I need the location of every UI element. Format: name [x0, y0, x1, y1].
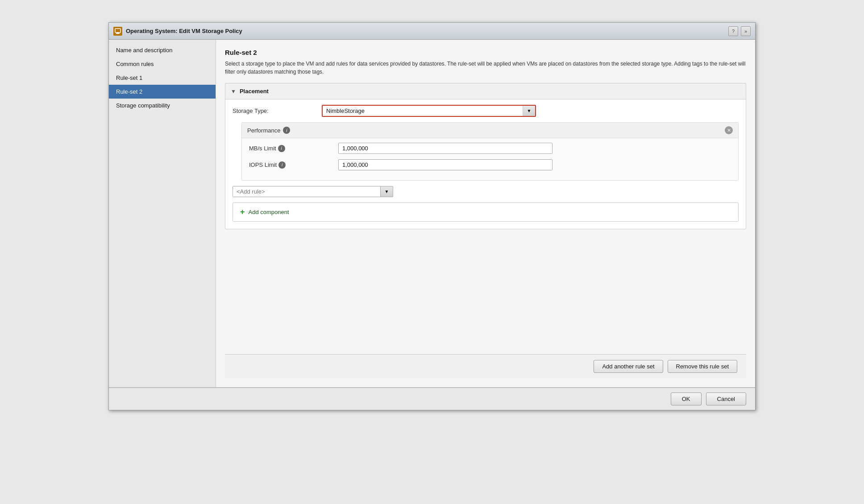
- mbs-info-icon[interactable]: i: [278, 145, 285, 152]
- storage-type-label: Storage Type:: [233, 107, 322, 114]
- storage-type-row: Storage Type: ▼: [233, 105, 739, 117]
- iops-limit-row: IOPS Limit i: [249, 159, 731, 170]
- iops-limit-label: IOPS Limit i: [249, 161, 338, 169]
- add-component-button[interactable]: + Add component: [233, 202, 739, 222]
- placement-title: Placement: [240, 88, 269, 95]
- mbs-limit-row: MB/s Limit i: [249, 143, 731, 154]
- ok-button[interactable]: OK: [671, 392, 702, 405]
- dialog-window: Operating System: Edit VM Storage Policy…: [108, 22, 756, 410]
- title-bar: Operating System: Edit VM Storage Policy…: [109, 23, 755, 40]
- add-rule-dropdown-btn[interactable]: ▼: [380, 186, 393, 197]
- add-rule-row: ▼: [233, 186, 739, 197]
- placement-header: ▼ Placement: [225, 83, 746, 99]
- collapse-arrow-icon[interactable]: ▼: [231, 88, 236, 95]
- storage-type-select[interactable]: ▼: [322, 105, 536, 117]
- remove-rule-set-button[interactable]: Remove this rule set: [668, 360, 738, 373]
- placement-body: Storage Type: ▼ Performance i: [225, 99, 746, 202]
- sidebar-item-rule-set-1[interactable]: Rule-set 1: [109, 71, 216, 85]
- svg-rect-2: [117, 32, 119, 33]
- window-title: Operating System: Edit VM Storage Policy: [126, 28, 242, 34]
- title-bar-left: Operating System: Edit VM Storage Policy: [113, 27, 242, 36]
- window-icon: [113, 27, 122, 36]
- sidebar-item-name-desc[interactable]: Name and description: [109, 43, 216, 57]
- iops-limit-input[interactable]: [338, 159, 552, 170]
- storage-type-dropdown-btn[interactable]: ▼: [523, 106, 535, 116]
- add-component-label: Add component: [249, 209, 289, 215]
- cancel-button[interactable]: Cancel: [706, 392, 746, 405]
- double-arrow-button[interactable]: »: [741, 26, 751, 36]
- mbs-limit-label: MB/s Limit i: [249, 145, 338, 152]
- dialog-footer: OK Cancel: [109, 387, 755, 410]
- performance-body: MB/s Limit i IOPS Limit i: [242, 138, 738, 180]
- add-rule-input[interactable]: [233, 186, 380, 197]
- title-bar-right: ? »: [728, 26, 751, 36]
- sidebar-item-storage-compat[interactable]: Storage compatibility: [109, 99, 216, 112]
- storage-type-input[interactable]: [323, 106, 523, 116]
- iops-info-icon[interactable]: i: [278, 161, 286, 169]
- plus-icon: +: [240, 207, 245, 217]
- performance-close-btn[interactable]: ✕: [725, 126, 733, 134]
- section-desc: Select a storage type to place the VM an…: [225, 60, 746, 76]
- mbs-limit-input[interactable]: [338, 143, 552, 154]
- dialog-body: Name and description Common rules Rule-s…: [109, 40, 755, 387]
- rule-set-button-row: Add another rule set Remove this rule se…: [225, 354, 746, 378]
- performance-label: Performance: [247, 127, 280, 134]
- svg-rect-1: [116, 33, 120, 34]
- performance-section: Performance i ✕ MB/s Limit i: [241, 122, 739, 181]
- help-button[interactable]: ?: [728, 26, 738, 36]
- main-content: Rule-set 2 Select a storage type to plac…: [216, 40, 755, 387]
- svg-rect-0: [115, 29, 120, 33]
- rule-panel: ▼ Placement Storage Type: ▼: [225, 83, 746, 229]
- footer-area: [225, 235, 746, 354]
- performance-title: Performance i: [247, 127, 290, 134]
- sidebar-item-common-rules[interactable]: Common rules: [109, 57, 216, 71]
- add-another-rule-set-button[interactable]: Add another rule set: [594, 360, 663, 373]
- add-rule-select[interactable]: ▼: [233, 186, 393, 197]
- performance-header: Performance i ✕: [242, 123, 738, 138]
- sidebar: Name and description Common rules Rule-s…: [109, 40, 216, 387]
- section-title: Rule-set 2: [225, 49, 746, 56]
- sidebar-item-rule-set-2[interactable]: Rule-set 2: [109, 85, 216, 99]
- performance-info-icon[interactable]: i: [283, 127, 290, 134]
